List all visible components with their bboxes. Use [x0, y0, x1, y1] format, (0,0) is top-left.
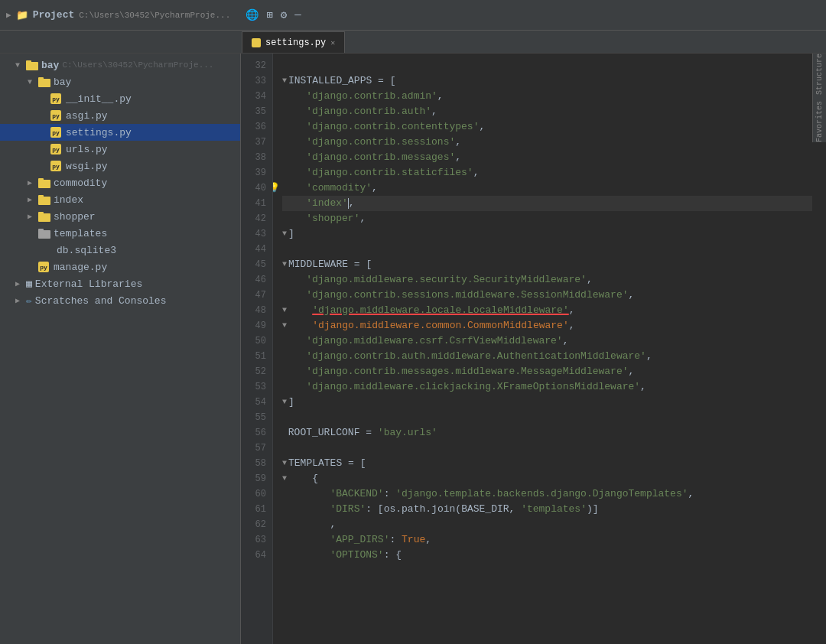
structure-label[interactable]: Structure [815, 54, 824, 95]
line-num-50: 50 [241, 333, 272, 349]
sidebar-item-db-sqlite3[interactable]: db.sqlite3 [0, 242, 240, 259]
code-line-40: 💡 'commodity', [282, 181, 812, 196]
sidebar-item-wsgi-py[interactable]: py wsgi.py [0, 158, 240, 174]
urls-py-label: urls.py [66, 144, 108, 155]
sidebar-item-commodity[interactable]: ▶ commodity [0, 174, 240, 191]
fold-arrow-58[interactable]: ▼ [282, 456, 287, 471]
expand-arrow-scratches: ▶ [15, 296, 26, 305]
code-line-62: , [282, 517, 812, 532]
expand-arrow-shopper: ▶ [28, 212, 38, 221]
lightbulb-icon[interactable]: 💡 [273, 181, 280, 196]
collapse-arrow-bay: ▼ [28, 78, 38, 86]
code-line-47: 'django.contrib.sessions.middleware.Sess… [282, 288, 812, 303]
svg-rect-1 [26, 60, 31, 63]
line-num-45: 45 [241, 257, 272, 272]
sidebar-root-bay[interactable]: ▼ bay C:\Users\30452\PycharmProje... [0, 57, 240, 73]
line-num-58: 58 [241, 456, 272, 471]
line-num-63: 63 [241, 532, 272, 548]
tabs-bar: settings.py ✕ [0, 31, 826, 54]
svg-rect-9 [38, 212, 44, 215]
fold-arrow-43[interactable]: ▼ [282, 226, 287, 242]
code-content[interactable]: ▼ INSTALLED_APPS = [ 'django.contrib.adm… [273, 54, 812, 644]
shopper-label: shopper [54, 211, 96, 223]
collapse-arrow: ▼ [15, 61, 26, 70]
code-line-37: 'django.contrib.sessions', [282, 135, 812, 150]
fold-arrow-33[interactable]: ▼ [282, 73, 287, 89]
sidebar-item-external-libs[interactable]: ▶ ▦ External Libraries [0, 275, 240, 292]
favorites-panel[interactable]: Favorites [812, 95, 826, 142]
code-line-49: ▼ 'django.middleware.common.CommonMiddle… [282, 318, 812, 333]
py-icon-wsgi: py [50, 161, 63, 171]
favorites-label[interactable]: Favorites [815, 101, 824, 142]
code-line-55 [282, 410, 812, 425]
sidebar-item-index[interactable]: ▶ index [0, 191, 240, 208]
line-num-34: 34 [241, 89, 272, 104]
index-folder-icon [38, 194, 50, 205]
fold-arrow-54[interactable]: ▼ [282, 395, 287, 410]
line-num-42: 42 [241, 211, 272, 226]
fold-arrow-59[interactable]: ▼ [282, 471, 287, 486]
line-num-51: 51 [241, 349, 272, 364]
sidebar-item-bay-inner[interactable]: ▼ bay [0, 73, 240, 90]
py-icon-asgi: py [50, 110, 63, 121]
scratches-label: Scratches and Consoles [35, 295, 167, 307]
code-line-50: 'django.middleware.csrf.CsrfViewMiddlewa… [282, 333, 812, 349]
fold-arrow-49[interactable]: ▼ [282, 318, 287, 333]
folder-icon: 📁 [16, 9, 28, 21]
gear-icon[interactable]: ⚙ [281, 8, 287, 21]
sidebar-item-urls-py[interactable]: py urls.py [0, 141, 240, 158]
svg-rect-7 [38, 195, 44, 198]
fold-arrow-48[interactable]: ▼ [282, 303, 287, 318]
sidebar-item-init-py[interactable]: py __init__.py [0, 90, 240, 107]
py-icon-settings: py [50, 127, 63, 138]
tab-close-button[interactable]: ✕ [330, 38, 335, 47]
index-label: index [54, 194, 83, 206]
bay-folder-icon [38, 76, 50, 87]
project-title[interactable]: Project [33, 9, 75, 21]
commodity-label: commodity [54, 177, 107, 189]
bay-inner-label: bay [54, 76, 71, 88]
py-icon-urls: py [50, 144, 63, 154]
minimize-icon[interactable]: — [294, 8, 301, 21]
code-line-39: 'django.contrib.staticfiles', [282, 165, 812, 181]
structure-panel[interactable]: Structure [812, 54, 826, 95]
line-num-48: 48 [241, 303, 272, 318]
fold-arrow-45[interactable]: ▼ [282, 257, 287, 272]
line-num-40: 40 [241, 181, 272, 196]
sidebar-item-manage-py[interactable]: py manage.py [0, 259, 240, 275]
line-num-35: 35 [241, 104, 272, 119]
sidebar-item-asgi-py[interactable]: py asgi.py [0, 107, 240, 124]
sidebar-item-shopper[interactable]: ▶ shopper [0, 208, 240, 225]
code-line-58: ▼ TEMPLATES = [ [282, 456, 812, 471]
line-numbers-gutter: 32 33 34 35 36 37 38 39 40 41 42 43 44 4… [241, 54, 273, 644]
line-num-33: 33 [241, 73, 272, 89]
project-sidebar: ▼ bay C:\Users\30452\PycharmProje... ▼ b… [0, 54, 241, 644]
project-label: ▶ 📁 Project C:\Users\30452\PycharmProje.… [6, 9, 230, 21]
globe-icon[interactable]: 🌐 [246, 8, 259, 21]
shopper-folder-icon [38, 211, 50, 222]
project-path: C:\Users\30452\PycharmProje... [79, 11, 230, 20]
code-line-32 [282, 58, 812, 73]
title-bar: ▶ 📁 Project C:\Users\30452\PycharmProje.… [0, 0, 826, 31]
sidebar-item-scratches[interactable]: ▶ ✏ Scratches and Consoles [0, 292, 240, 309]
code-line-54: ▼ ] [282, 395, 812, 410]
line-num-52: 52 [241, 364, 272, 379]
line-num-54: 54 [241, 395, 272, 410]
line-num-62: 62 [241, 517, 272, 532]
line-num-55: 55 [241, 410, 272, 425]
line-num-41: 41 [241, 196, 272, 211]
code-line-34: 'django.contrib.admin', [282, 89, 812, 104]
sidebar-item-templates[interactable]: templates [0, 225, 240, 242]
code-line-57 [282, 441, 812, 456]
tab-label: settings.py [265, 37, 326, 48]
external-libs-label: External Libraries [35, 278, 142, 290]
settings-py-tab[interactable]: settings.py ✕ [242, 31, 345, 53]
code-line-63: 'APP_DIRS': True, [282, 532, 812, 548]
line-num-38: 38 [241, 150, 272, 165]
split-icon[interactable]: ⊞ [266, 8, 272, 21]
sidebar-item-settings-py[interactable]: py settings.py [0, 124, 240, 141]
templates-folder-icon [38, 228, 50, 239]
code-line-35: 'django.contrib.auth', [282, 104, 812, 119]
code-editor[interactable]: 32 33 34 35 36 37 38 39 40 41 42 43 44 4… [241, 54, 812, 644]
db-icon [38, 245, 50, 255]
